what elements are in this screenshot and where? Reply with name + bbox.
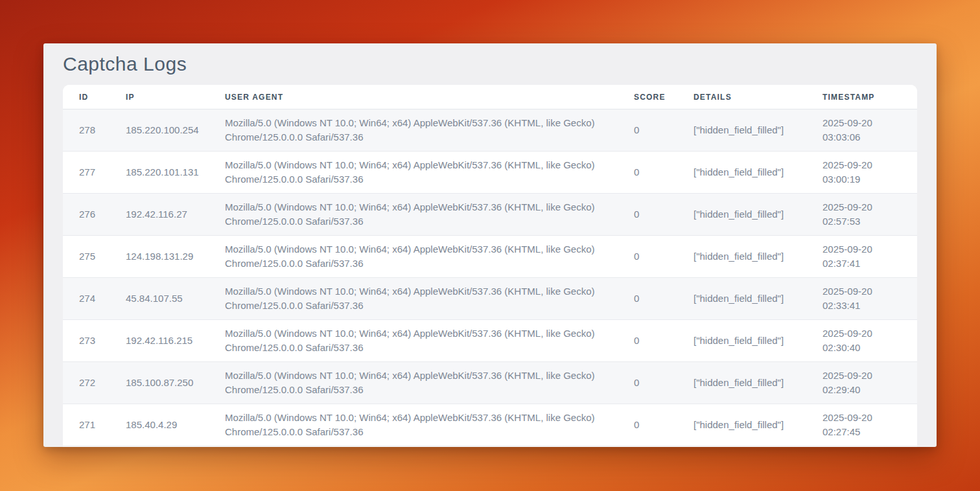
cell-id: 273: [63, 320, 110, 362]
table-row: 271 185.40.4.29 Mozilla/5.0 (Windows NT …: [63, 404, 917, 446]
cell-timestamp: 2025-09-20 02:57:53: [806, 194, 917, 236]
cell-user-agent: Mozilla/5.0 (Windows NT 10.0; Win64; x64…: [209, 236, 618, 278]
column-header-score: SCORE: [618, 85, 677, 109]
captcha-logs-table: ID IP USER AGENT SCORE DETAILS TIMESTAMP…: [63, 85, 917, 446]
cell-timestamp: 2025-09-20 02:29:40: [806, 362, 917, 404]
cell-ip: 192.42.116.215: [110, 320, 209, 362]
cell-ip: 124.198.131.29: [110, 236, 209, 278]
cell-score: 0: [618, 152, 677, 194]
table-row: 273 192.42.116.215 Mozilla/5.0 (Windows …: [63, 320, 917, 362]
table-row: 275 124.198.131.29 Mozilla/5.0 (Windows …: [63, 236, 917, 278]
cell-ip: 185.220.100.254: [110, 109, 209, 152]
cell-timestamp: 2025-09-20 02:37:41: [806, 236, 917, 278]
cell-details: ["hidden_field_filled"]: [677, 109, 806, 152]
cell-timestamp: 2025-09-20 02:30:40: [806, 320, 917, 362]
captcha-logs-card: Captcha Logs ID IP USER AGENT SCORE DETA…: [43, 43, 937, 447]
cell-id: 278: [63, 109, 110, 152]
cell-id: 275: [63, 236, 110, 278]
cell-details: ["hidden_field_filled"]: [677, 152, 806, 194]
cell-user-agent: Mozilla/5.0 (Windows NT 10.0; Win64; x64…: [209, 194, 618, 236]
table-row: 274 45.84.107.55 Mozilla/5.0 (Windows NT…: [63, 278, 917, 320]
cell-score: 0: [618, 194, 677, 236]
column-header-details: DETAILS: [677, 85, 806, 109]
table-row: 272 185.100.87.250 Mozilla/5.0 (Windows …: [63, 362, 917, 404]
cell-ip: 185.40.4.29: [110, 404, 209, 446]
column-header-timestamp: TIMESTAMP: [806, 85, 917, 109]
column-header-ip: IP: [110, 85, 209, 109]
cell-score: 0: [618, 278, 677, 320]
column-header-user-agent: USER AGENT: [209, 85, 618, 109]
cell-score: 0: [618, 404, 677, 446]
cell-timestamp: 2025-09-20 03:00:19: [806, 152, 917, 194]
table-header: ID IP USER AGENT SCORE DETAILS TIMESTAMP: [63, 85, 917, 109]
column-header-id: ID: [63, 85, 110, 109]
cell-user-agent: Mozilla/5.0 (Windows NT 10.0; Win64; x64…: [209, 278, 618, 320]
cell-ip: 185.220.101.131: [110, 152, 209, 194]
cell-user-agent: Mozilla/5.0 (Windows NT 10.0; Win64; x64…: [209, 362, 618, 404]
cell-details: ["hidden_field_filled"]: [677, 320, 806, 362]
cell-id: 272: [63, 362, 110, 404]
table-row: 276 192.42.116.27 Mozilla/5.0 (Windows N…: [63, 194, 917, 236]
table-body: 278 185.220.100.254 Mozilla/5.0 (Windows…: [63, 109, 917, 446]
cell-user-agent: Mozilla/5.0 (Windows NT 10.0; Win64; x64…: [209, 152, 618, 194]
table-row: 278 185.220.100.254 Mozilla/5.0 (Windows…: [63, 109, 917, 152]
cell-details: ["hidden_field_filled"]: [677, 362, 806, 404]
cell-timestamp: 2025-09-20 02:27:45: [806, 404, 917, 446]
cell-score: 0: [618, 362, 677, 404]
cell-details: ["hidden_field_filled"]: [677, 194, 806, 236]
page-title: Captcha Logs: [63, 52, 917, 76]
cell-ip: 45.84.107.55: [110, 278, 209, 320]
cell-details: ["hidden_field_filled"]: [677, 236, 806, 278]
cell-id: 277: [63, 152, 110, 194]
cell-score: 0: [618, 320, 677, 362]
cell-ip: 185.100.87.250: [110, 362, 209, 404]
cell-user-agent: Mozilla/5.0 (Windows NT 10.0; Win64; x64…: [209, 320, 618, 362]
cell-user-agent: Mozilla/5.0 (Windows NT 10.0; Win64; x64…: [209, 109, 618, 152]
cell-score: 0: [618, 109, 677, 152]
cell-ip: 192.42.116.27: [110, 194, 209, 236]
cell-details: ["hidden_field_filled"]: [677, 278, 806, 320]
captcha-logs-table-container: ID IP USER AGENT SCORE DETAILS TIMESTAMP…: [63, 85, 917, 447]
cell-details: ["hidden_field_filled"]: [677, 404, 806, 446]
cell-id: 276: [63, 194, 110, 236]
cell-id: 274: [63, 278, 110, 320]
table-header-row: ID IP USER AGENT SCORE DETAILS TIMESTAMP: [63, 85, 917, 109]
table-row: 277 185.220.101.131 Mozilla/5.0 (Windows…: [63, 152, 917, 194]
cell-timestamp: 2025-09-20 02:33:41: [806, 278, 917, 320]
cell-user-agent: Mozilla/5.0 (Windows NT 10.0; Win64; x64…: [209, 404, 618, 446]
cell-timestamp: 2025-09-20 03:03:06: [806, 109, 917, 152]
cell-id: 271: [63, 404, 110, 446]
cell-score: 0: [618, 236, 677, 278]
